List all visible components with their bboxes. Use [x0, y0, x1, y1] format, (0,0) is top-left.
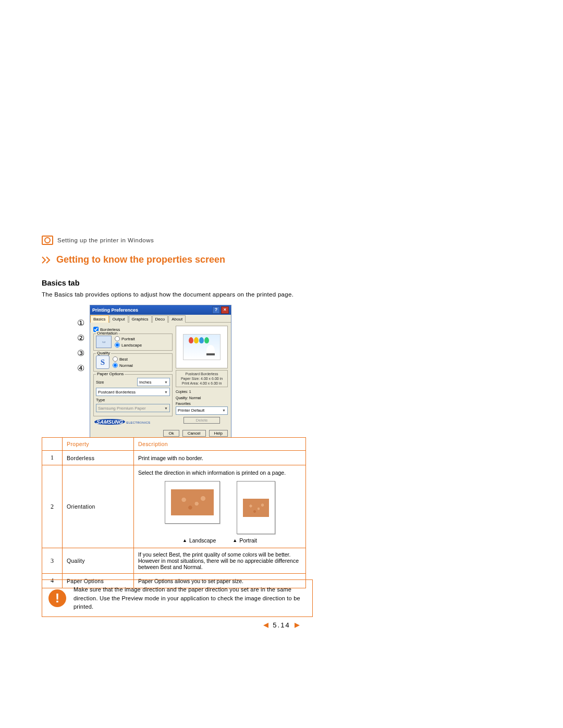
note-box: ! Make sure that the image direction and… — [42, 579, 313, 617]
type-label: Type — [96, 398, 111, 402]
camera-icon — [42, 236, 53, 245]
quality-group: Quality S Best Normal — [93, 353, 173, 372]
note-text: Make sure that the image direction and t… — [74, 585, 306, 611]
orientation-group: Orientation ▭ Portrait Landscape — [93, 334, 173, 351]
table-row: 2 Orientation Select the direction in wh… — [42, 465, 306, 548]
print-preview — [176, 326, 228, 368]
quality-group-label: Quality — [96, 351, 111, 355]
callout-4: ④ — [77, 363, 84, 373]
orientation-group-label: Orientation — [96, 331, 118, 336]
section-heading: Getting to know the properties screen — [42, 254, 313, 265]
screenshot-figure: Printing Preferences ? × Basics Output G… — [90, 305, 230, 449]
callout-1: ① — [77, 318, 84, 328]
paper-options-group: Paper Options Size Inches▼ Postcard Bord… — [93, 374, 173, 416]
page-number-text: 5.14 — [273, 621, 290, 629]
property-table: Property Description 1 Borderless Print … — [42, 437, 306, 588]
tab-output[interactable]: Output — [109, 315, 128, 323]
samsung-logo: SAMSUNG ELECTRONICS — [94, 419, 150, 425]
favorites-label: Favorites — [176, 402, 228, 405]
chevron-double-right-icon — [42, 256, 52, 264]
callout-3: ③ — [77, 348, 84, 358]
breadcrumb: Setting up the printer in Windows — [42, 236, 313, 245]
table-header-num — [42, 438, 63, 451]
dialog-titlebar: Printing Preferences ? × — [90, 305, 231, 315]
intro-text: The Basics tab provides options to adjus… — [42, 290, 313, 300]
landscape-sample-icon — [165, 481, 220, 524]
ok-button[interactable]: Ok — [163, 430, 179, 437]
orientation-thumb-icon: ▭ — [96, 336, 112, 348]
portrait-sample-icon — [237, 481, 275, 534]
orientation-landscape-option[interactable]: Landscape — [115, 342, 142, 348]
size-label: Size — [96, 380, 111, 385]
copies-info: Copies: 1 — [176, 389, 228, 394]
dialog-title: Printing Preferences — [92, 307, 138, 313]
landscape-label: ▲Landscape — [182, 537, 216, 544]
tab-basics[interactable]: Basics — [90, 315, 109, 323]
help-button[interactable]: Help — [209, 430, 228, 437]
table-header-property: Property — [63, 438, 134, 451]
table-row: 3 Quality If you select Best, the print … — [42, 548, 306, 574]
table-header-description: Description — [134, 438, 306, 451]
tab-deco[interactable]: Deco — [152, 315, 168, 323]
orientation-description: Select the direction in which informatio… — [138, 470, 301, 476]
tab-about[interactable]: About — [168, 315, 186, 323]
quality-normal-option[interactable]: Normal — [113, 363, 133, 368]
table-row: 1 Borderless Print image with no border. — [42, 451, 306, 465]
cancel-button[interactable]: Cancel — [182, 430, 206, 437]
subsection-heading: Basics tab — [42, 279, 313, 287]
page-number: 5.14 — [0, 621, 563, 629]
size-value-select[interactable]: Postcard Borderless▼ — [96, 388, 170, 396]
orientation-portrait-option[interactable]: Portrait — [115, 336, 142, 341]
paper-options-group-label: Paper Options — [96, 372, 125, 376]
page-next-icon — [293, 622, 301, 628]
close-icon[interactable]: × — [221, 306, 229, 314]
section-heading-text: Getting to know the properties screen — [56, 254, 225, 265]
size-unit-select[interactable]: Inches▼ — [137, 378, 170, 386]
quality-info: Quality: Normal — [176, 396, 228, 401]
quality-thumb-icon: S — [96, 355, 109, 369]
page-prev-icon — [262, 622, 270, 628]
printing-preferences-dialog: Printing Preferences ? × Basics Output G… — [90, 305, 231, 439]
exclamation-icon: ! — [48, 589, 66, 607]
help-icon[interactable]: ? — [212, 306, 220, 314]
figure-callouts: ① ② ③ ④ — [77, 318, 84, 373]
favorites-select[interactable]: Printer Default▼ — [176, 406, 228, 415]
portrait-label: ▲Portrait — [232, 537, 257, 544]
preview-meta: Postcard Borderless Paper Size: 4.00 x 6… — [176, 370, 228, 387]
breadcrumb-text: Setting up the printer in Windows — [57, 237, 154, 243]
dialog-tabs: Basics Output Graphics Deco About — [90, 315, 231, 323]
delete-favorite-button[interactable]: Delete — [183, 417, 220, 424]
type-value-select[interactable]: Samsung Premium Paper▼ — [96, 404, 170, 412]
quality-best-option[interactable]: Best — [113, 356, 133, 362]
tab-graphics[interactable]: Graphics — [129, 315, 152, 323]
callout-2: ② — [77, 333, 84, 343]
